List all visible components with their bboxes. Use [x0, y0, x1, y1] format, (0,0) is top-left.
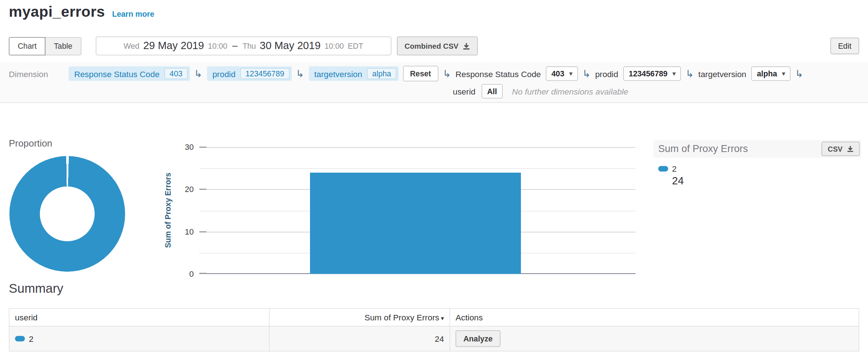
selected-value: All [487, 87, 497, 96]
date-range-timezone: EDT [348, 41, 363, 50]
selector-name: targetversion [698, 69, 746, 78]
breadcrumb-chip-prodid[interactable]: prodid 123456789 [207, 67, 291, 81]
summary-title: Summary [9, 281, 63, 296]
next-dimension-row: userid All No further dimensions availab… [453, 84, 628, 99]
selected-value: 403 [552, 69, 565, 78]
csv-label: CSV [828, 145, 843, 153]
no-more-dimensions-note: No further dimensions available [512, 87, 628, 96]
breadcrumb-value: alpha [367, 68, 396, 79]
date-range-end-time: 10:00 [324, 41, 344, 50]
gridline [199, 168, 636, 169]
indent-arrow-icon: ↳ [438, 69, 455, 79]
series-swatch [15, 336, 25, 341]
donut-hole [40, 187, 95, 241]
combined-csv-label: Combined CSV [405, 42, 458, 50]
breadcrumb-chip-targetversion[interactable]: targetversion alpha [308, 67, 398, 81]
sort-desc-icon: ▾ [441, 315, 444, 321]
date-range-start-date: 29 May 2019 [143, 40, 204, 52]
download-icon [463, 42, 470, 49]
summary-table: userid Sum of Proxy Errors▾ Actions 2 24… [9, 308, 859, 352]
table-row: 2 24 Analyze [9, 326, 859, 351]
indent-arrow-icon: ↳ [578, 69, 595, 79]
page-header: myapi_errors Learn more [9, 3, 154, 20]
edit-button[interactable]: Edit [830, 37, 859, 54]
app: myapi_errors Learn more Chart Table Wed … [0, 0, 868, 352]
learn-more-link[interactable]: Learn more [112, 9, 154, 18]
legend-title: Sum of Proxy Errors [658, 143, 748, 155]
indent-arrow-icon: ↳ [291, 69, 308, 79]
legend-item-value: 24 [672, 175, 861, 187]
proportion-panel [9, 151, 155, 276]
selector-name: Response Status Code [455, 69, 541, 78]
column-header-actions[interactable]: Actions [450, 308, 859, 326]
chart-view-button[interactable]: Chart [9, 37, 45, 55]
breadcrumb-value: 403 [164, 68, 187, 79]
selector-name: prodid [595, 69, 618, 78]
indent-arrow-icon: ↳ [791, 69, 808, 79]
breadcrumb-name: Response Status Code [74, 69, 160, 78]
dimension-selector-prodid: prodid 123456789 ▾ [595, 67, 681, 81]
userid-value: 2 [29, 334, 33, 344]
response-status-code-select[interactable]: 403 ▾ [546, 67, 578, 81]
reset-button[interactable]: Reset [403, 66, 438, 81]
breadcrumb-name: prodid [212, 69, 235, 78]
chevron-down-icon: ▾ [569, 71, 572, 77]
dimension-label: Dimension [9, 69, 68, 78]
selected-value: 123456789 [629, 69, 668, 78]
chevron-down-icon: ▾ [673, 71, 676, 77]
y-axis-tick-label: 30 [173, 143, 194, 152]
legend-item-label: 2 [672, 164, 677, 173]
dimension-strip: Dimension Response Status Code 403 ↳ pro… [0, 62, 868, 103]
dimension-row: Dimension Response Status Code 403 ↳ pro… [9, 66, 862, 81]
bar-chart-plot: 0102030 [199, 147, 636, 274]
userid-select[interactable]: All [482, 84, 503, 99]
y-axis-tick-label: 10 [173, 227, 194, 236]
targetversion-select[interactable]: alpha ▾ [751, 67, 791, 81]
download-icon [847, 145, 853, 152]
y-axis-tick-label: 20 [173, 185, 194, 194]
proportion-title: Proportion [9, 138, 52, 149]
csv-button[interactable]: CSV [822, 142, 860, 156]
view-toggle: Chart Table [9, 37, 81, 55]
column-header-userid[interactable]: userid [9, 308, 269, 326]
column-header-sum-of-proxy-errors[interactable]: Sum of Proxy Errors▾ [269, 308, 450, 326]
breadcrumb-value: 123456789 [240, 68, 289, 79]
date-range-picker[interactable]: Wed 29 May 2019 10:00 – Thu 30 May 2019 … [96, 36, 391, 55]
table-view-button[interactable]: Table [45, 37, 81, 55]
indent-arrow-icon: ↳ [190, 69, 207, 79]
date-range-end-day: Thu [243, 41, 256, 50]
prodid-select[interactable]: 123456789 ▾ [623, 67, 681, 81]
gridline [199, 147, 636, 148]
y-axis-label: Sum of Proxy Errors [163, 173, 172, 248]
dimension-selector-response-status-code: Response Status Code 403 ▾ [455, 67, 578, 81]
legend-item[interactable]: 2 [658, 164, 861, 173]
breadcrumb-chip-response-status-code[interactable]: Response Status Code 403 [69, 67, 190, 81]
userid-label: userid [453, 87, 475, 96]
table-header-row: userid Sum of Proxy Errors▾ Actions [9, 308, 859, 326]
cell-actions: Analyze [450, 326, 859, 351]
toolbar: Chart Table Wed 29 May 2019 10:00 – Thu … [9, 36, 859, 55]
dimension-selector-targetversion: targetversion alpha ▾ [698, 67, 791, 81]
selected-value: alpha [757, 69, 777, 78]
cell-userid: 2 [9, 326, 269, 351]
proportion-donut-chart[interactable] [9, 156, 125, 272]
legend-header: Sum of Proxy Errors CSV [653, 140, 861, 158]
series-swatch [658, 166, 668, 171]
date-range-start-time: 10:00 [208, 41, 227, 50]
y-axis-tick-label: 0 [173, 269, 194, 278]
bar-sum-of-proxy-errors[interactable] [310, 172, 521, 274]
legend-items: 2 24 [653, 164, 861, 187]
date-range-end-date: 30 May 2019 [260, 40, 320, 52]
legend-panel: Sum of Proxy Errors CSV 2 24 [653, 140, 861, 187]
cell-sum-of-proxy-errors: 24 [269, 326, 450, 351]
analyze-button[interactable]: Analyze [455, 330, 500, 347]
indent-arrow-icon: ↳ [681, 69, 698, 79]
chevron-down-icon: ▾ [782, 71, 785, 77]
date-range-separator: – [232, 40, 238, 51]
combined-csv-button[interactable]: Combined CSV [397, 36, 478, 55]
page-title: myapi_errors [9, 3, 105, 20]
date-range-start-day: Wed [124, 41, 139, 50]
breadcrumb-name: targetversion [314, 69, 362, 78]
